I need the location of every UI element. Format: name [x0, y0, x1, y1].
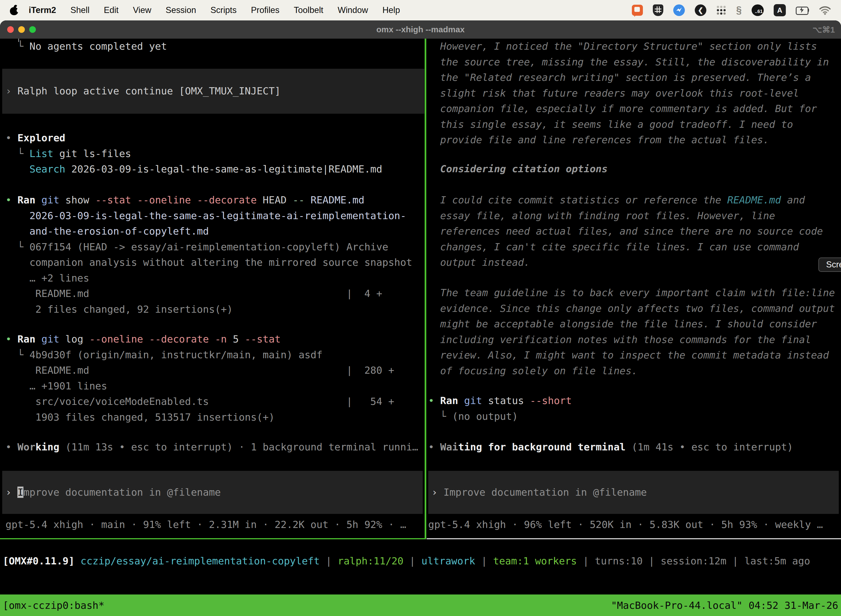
tmux-session-label[interactable]: [omx-cczip0:bash* — [3, 600, 104, 611]
menu-view[interactable]: View — [133, 5, 151, 15]
screen-overlay-button[interactable]: Scre — [818, 258, 841, 272]
menu-session[interactable]: Session — [166, 5, 196, 15]
macos-menu-bar: iTerm2 Shell Edit View Session Scripts P… — [0, 0, 841, 21]
reasoning-paragraph-2: I could cite commit statistics or refere… — [428, 192, 823, 270]
menu-help[interactable]: Help — [382, 5, 400, 15]
left-pane-border — [0, 538, 426, 539]
prompt-input-left-text: › Improve documentation in @filename — [6, 485, 221, 500]
omx-status-bar: [OMX#0.11.9] cczip/essay/ai-reimplementa… — [3, 553, 841, 569]
menu-edit[interactable]: Edit — [104, 5, 119, 15]
working-status-line: • Working (11m 13s • esc to interrupt) ·… — [6, 439, 418, 455]
explored-section: • Explored └ List git ls-files Search 20… — [6, 130, 382, 177]
window-shortcut-badge: ⌥⌘1 — [813, 21, 835, 39]
menu-toolbelt[interactable]: Toolbelt — [294, 5, 323, 15]
ralph-loop-banner: › Ralph loop active continue [OMX_TMUX_I… — [2, 69, 424, 114]
menu-profiles[interactable]: Profiles — [251, 5, 279, 15]
menu-app-name[interactable]: iTerm2 — [29, 5, 56, 15]
git-status-command-block: • Ran git status --short └ (no output) — [428, 393, 572, 424]
key-icon[interactable]: § — [736, 4, 742, 16]
model-status-left: gpt-5.4 xhigh · main · 91% left · 2.31M … — [6, 517, 406, 532]
right-pane-border — [426, 538, 841, 539]
battery-icon[interactable] — [796, 7, 809, 14]
prompt-input-right-text: › Improve documentation in @filename — [432, 485, 647, 500]
menu-status-icons: ❮ § ..61 A — [632, 4, 831, 16]
window-titlebar[interactable]: omx --xhigh --madmax ⌥⌘1 — [0, 21, 841, 39]
menu-items: iTerm2 Shell Edit View Session Scripts P… — [29, 5, 400, 15]
menu-window[interactable]: Window — [338, 5, 368, 15]
git-log-command-block: • Ran git log --oneline --decorate -n 5 … — [6, 331, 394, 425]
apple-logo-bite — [16, 9, 21, 12]
window-title: omx --xhigh --madmax — [0, 21, 841, 39]
agents-note: └ No agents completed yet — [6, 39, 167, 54]
battery-bolt — [799, 7, 804, 13]
iterm-window: omx --xhigh --madmax ⌥⌘1 └ No agents com… — [0, 21, 841, 616]
battery-nub — [807, 9, 809, 12]
tmux-host-clock: "MacBook-Pro-44.local" 04:52 31-Mar-26 — [611, 600, 838, 611]
waiting-status-line: • Waiting for background terminal (1m 41… — [428, 439, 793, 455]
keyboard-a-icon[interactable]: A — [774, 4, 786, 16]
dots-grid-icon[interactable] — [716, 5, 726, 15]
wifi-icon[interactable] — [819, 6, 831, 15]
terminal-area[interactable]: └ No agents completed yet › Ralph loop a… — [0, 39, 841, 616]
model-status-right: gpt-5.4 xhigh · 96% left · 520K in · 5.8… — [428, 517, 823, 532]
shield-grid-icon[interactable] — [653, 4, 663, 16]
tmux-status-bar: [omx-cczip0:bash* "MacBook-Pro-44.local"… — [0, 594, 841, 616]
pane-divider[interactable] — [425, 39, 426, 538]
prompt-input-right[interactable]: › Improve documentation in @filename — [428, 471, 839, 514]
badge-61-icon[interactable]: ..61 — [752, 4, 764, 16]
reasoning-heading: Considering citation options — [428, 161, 608, 177]
terminal-right-pane[interactable]: However, I noticed the "Directory Struct… — [426, 39, 841, 538]
prompt-input-left[interactable]: › Improve documentation in @filename — [2, 471, 423, 514]
chat-app-icon[interactable] — [632, 5, 643, 16]
menu-scripts[interactable]: Scripts — [211, 5, 237, 15]
apple-menu-icon[interactable] — [10, 5, 18, 15]
dark-mode-icon[interactable]: ❮ — [695, 4, 706, 16]
git-show-command-block: • Ran git show --stat --oneline --decora… — [6, 192, 412, 317]
messenger-icon[interactable] — [673, 4, 685, 16]
reasoning-paragraph-1: However, I noticed the "Directory Struct… — [428, 39, 829, 148]
ralph-loop-banner-text: › Ralph loop active continue [OMX_TMUX_I… — [6, 84, 281, 99]
terminal-left-pane[interactable]: └ No agents completed yet › Ralph loop a… — [0, 39, 424, 538]
menu-shell[interactable]: Shell — [70, 5, 89, 15]
reasoning-paragraph-3: The team guideline is to back every impo… — [428, 285, 835, 378]
